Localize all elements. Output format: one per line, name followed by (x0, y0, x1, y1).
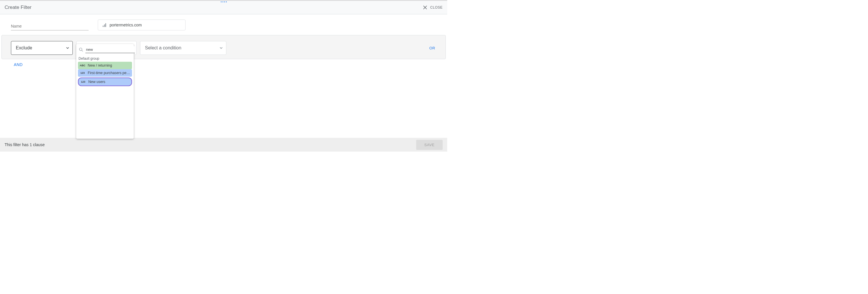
chevron-down-icon (220, 47, 223, 49)
meta-row: portermetrics.com (0, 14, 447, 35)
dimension-option[interactable]: ABC New / returning (78, 62, 132, 69)
svg-point-2 (80, 48, 82, 50)
clause-count-text: This filter has 1 clause (5, 142, 44, 147)
filter-name-input[interactable] (11, 22, 89, 30)
filter-builder-area: Exclude Default group ABC New / returnin… (1, 35, 446, 59)
type-badge-123: 123 (80, 80, 86, 83)
dimension-search-row (76, 46, 134, 53)
or-button[interactable]: OR (429, 46, 436, 50)
filter-clause-row: Exclude Default group ABC New / returnin… (11, 41, 436, 55)
type-badge-abc: ABC (80, 64, 86, 67)
dimension-option-label: New / returning (88, 64, 112, 68)
chevron-down-icon (66, 47, 69, 49)
dimension-option-label: First-time purchasers per n… (88, 71, 130, 75)
svg-line-3 (82, 50, 83, 51)
type-badge-123: 123 (80, 72, 86, 74)
dimension-option-selected[interactable]: 123 New users (78, 77, 132, 86)
datasource-icon (103, 23, 106, 27)
dialog-footer: This filter has 1 clause SAVE (0, 138, 447, 152)
condition-placeholder: Select a condition (145, 45, 181, 50)
dialog-title: Create Filter (5, 5, 32, 10)
datasource-chip[interactable]: portermetrics.com (98, 20, 186, 30)
dimension-group-label: Default group (76, 54, 134, 62)
close-button[interactable]: CLOSE (422, 5, 443, 10)
include-exclude-select[interactable]: Exclude (11, 41, 73, 55)
datasource-label: portermetrics.com (110, 23, 142, 27)
drag-handle-dots[interactable] (221, 1, 227, 2)
save-button[interactable]: SAVE (416, 140, 443, 150)
dimension-option-label: New users (88, 80, 105, 84)
close-icon (422, 5, 428, 10)
dimension-search-input[interactable] (86, 46, 135, 53)
top-divider (0, 0, 447, 1)
dimension-select-wrapper: Default group ABC New / returning 123 Fi… (76, 41, 136, 55)
dimension-dropdown-panel: Default group ABC New / returning 123 Fi… (76, 44, 134, 139)
close-label: CLOSE (430, 5, 443, 9)
search-icon (79, 47, 84, 52)
dimension-option[interactable]: 123 First-time purchasers per n… (78, 69, 132, 77)
dialog-header: Create Filter CLOSE (0, 1, 447, 14)
include-exclude-value: Exclude (16, 45, 32, 50)
condition-select[interactable]: Select a condition (140, 41, 226, 55)
and-button[interactable]: AND (14, 62, 23, 67)
